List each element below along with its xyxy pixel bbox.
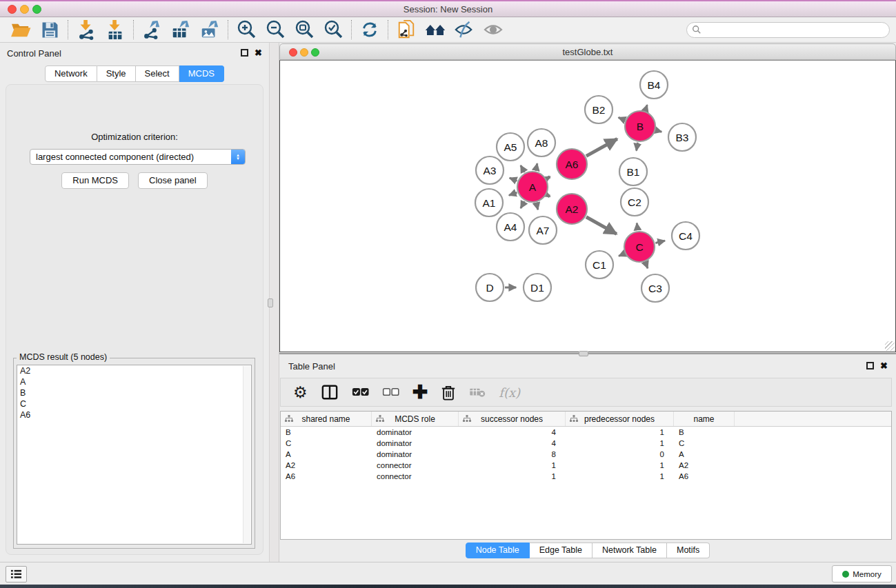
cell-MCDS-role[interactable]: connector	[372, 471, 459, 482]
network-canvas[interactable]: AA1A2A3A4A5A6A7A8BB1B2B3B4CC1C2C3C4DD1	[279, 60, 896, 352]
cell-successor-nodes[interactable]: 1	[459, 471, 566, 482]
tab-edge-table[interactable]: Edge Table	[530, 543, 593, 558]
tab-select[interactable]: Select	[136, 65, 179, 82]
tab-mcds[interactable]: MCDS	[179, 65, 224, 82]
zoom-in-button[interactable]	[232, 19, 261, 41]
cell-shared-name[interactable]: B	[281, 427, 372, 438]
table-row[interactable]: A6connector11A6	[281, 471, 891, 482]
cell-MCDS-role[interactable]: dominator	[372, 427, 459, 438]
column-header-MCDS-role[interactable]: MCDS role	[372, 412, 459, 426]
select-all-checkboxes-icon[interactable]	[352, 382, 369, 403]
export-table-button[interactable]	[166, 19, 195, 41]
cell-name[interactable]: A6	[674, 471, 735, 482]
cell-successor-nodes[interactable]: 4	[459, 427, 566, 438]
cell-MCDS-role[interactable]: dominator	[372, 449, 459, 460]
table-row[interactable]: Cdominator41C	[281, 438, 891, 449]
table-row[interactable]: A2connector11A2	[281, 460, 891, 471]
splitter-handle[interactable]	[268, 298, 273, 307]
table-options-gear-icon[interactable]: ⚙	[293, 382, 308, 403]
node-table[interactable]: shared nameMCDS rolesuccessor nodesprede…	[280, 411, 892, 540]
toolbar-separator	[228, 20, 228, 39]
open-file-button[interactable]	[6, 19, 35, 41]
add-column-icon[interactable]: ✚	[412, 382, 428, 403]
float-panel-icon[interactable]	[241, 49, 248, 57]
task-history-button[interactable]	[6, 566, 27, 582]
node-label-B2: B2	[593, 104, 606, 116]
birds-eye-view-button[interactable]	[479, 19, 508, 41]
save-session-button[interactable]	[35, 19, 64, 41]
cell-predecessor-nodes[interactable]: 1	[566, 471, 674, 482]
mcds-result-item[interactable]: C	[17, 398, 251, 409]
cell-shared-name[interactable]: A	[281, 449, 372, 460]
vertical-splitter[interactable]	[269, 43, 279, 562]
cell-shared-name[interactable]: C	[281, 438, 372, 449]
horizontal-splitter-handle[interactable]	[579, 351, 588, 356]
cell-predecessor-nodes[interactable]: 1	[566, 460, 674, 471]
window-resize-grip[interactable]	[885, 341, 895, 351]
node-label-B1: B1	[627, 166, 640, 178]
zoom-out-button[interactable]	[261, 19, 290, 41]
export-network-button[interactable]	[137, 19, 166, 41]
cell-name[interactable]: B	[674, 427, 735, 438]
cell-predecessor-nodes[interactable]: 1	[566, 438, 674, 449]
import-network-button[interactable]	[72, 19, 101, 41]
network-column-icon	[376, 415, 384, 423]
cell-name[interactable]: C	[674, 438, 735, 449]
cell-shared-name[interactable]: A2	[281, 460, 372, 471]
mcds-result-item[interactable]: B	[17, 387, 251, 398]
criterion-dropdown[interactable]: largest connected component (directed) ▲…	[30, 149, 246, 165]
close-panel-button[interactable]: Close panel	[138, 172, 208, 189]
list-scrollbar[interactable]	[243, 366, 250, 543]
export-image-button[interactable]	[195, 19, 224, 41]
cell-successor-nodes[interactable]: 8	[459, 449, 566, 460]
column-header-successor-nodes[interactable]: successor nodes	[459, 412, 566, 426]
float-table-panel-icon[interactable]	[866, 362, 874, 369]
deselect-all-checkboxes-icon[interactable]	[382, 382, 399, 403]
tab-network-table[interactable]: Network Table	[593, 543, 667, 558]
clone-network-button[interactable]	[392, 19, 421, 41]
cell-successor-nodes[interactable]: 4	[459, 438, 566, 449]
cell-predecessor-nodes[interactable]: 1	[566, 427, 674, 438]
tab-motifs[interactable]: Motifs	[667, 543, 710, 558]
column-header-predecessor-nodes[interactable]: predecessor nodes	[566, 412, 674, 426]
mcds-result-item[interactable]: A6	[17, 409, 251, 420]
close-panel-icon[interactable]: ✖	[255, 49, 262, 57]
cell-MCDS-role[interactable]: connector	[372, 460, 459, 471]
cell-name[interactable]: A	[674, 449, 735, 460]
search-field[interactable]	[686, 22, 890, 38]
edge-C-C3	[646, 262, 648, 268]
cell-successor-nodes[interactable]: 1	[459, 460, 566, 471]
delete-table-icon[interactable]	[469, 382, 486, 403]
node-label-D1: D1	[530, 282, 544, 294]
column-header-shared-name[interactable]: shared name	[281, 412, 372, 426]
search-input[interactable]	[701, 25, 884, 34]
import-table-button[interactable]	[101, 19, 130, 41]
tab-node-table[interactable]: Node Table	[466, 543, 530, 558]
cell-MCDS-role[interactable]: dominator	[372, 438, 459, 449]
refresh-button[interactable]	[355, 19, 384, 41]
cell-name[interactable]: A2	[674, 460, 735, 471]
zoom-selected-button[interactable]	[319, 19, 348, 41]
close-table-panel-icon[interactable]: ✖	[880, 362, 888, 369]
cell-shared-name[interactable]: A6	[281, 471, 372, 482]
dropdown-stepper-icon: ▲▼	[231, 150, 245, 164]
delete-column-trash-icon[interactable]	[441, 382, 456, 403]
mcds-result-item[interactable]: A	[17, 376, 251, 387]
hide-graphics-details-button[interactable]	[450, 19, 479, 41]
column-header-name[interactable]: name	[674, 412, 735, 426]
tab-network[interactable]: Network	[45, 65, 97, 82]
run-mcds-button[interactable]: Run MCDS	[61, 172, 129, 189]
table-row[interactable]: Adominator80A	[281, 449, 891, 460]
zoom-fit-button[interactable]	[290, 19, 319, 41]
column-view-icon[interactable]	[321, 382, 339, 403]
memory-button[interactable]: Memory	[832, 565, 892, 582]
network-window-title: testGlobe.txt	[280, 47, 895, 57]
cell-predecessor-nodes[interactable]: 0	[566, 449, 674, 460]
table-row[interactable]: Bdominator41B	[281, 427, 891, 438]
first-neighbors-button[interactable]	[421, 19, 450, 41]
tab-style[interactable]: Style	[97, 65, 136, 82]
mcds-result-item[interactable]: A2	[17, 365, 251, 376]
network-column-icon	[285, 415, 293, 423]
mcds-result-list[interactable]: A2ABCA6	[17, 365, 252, 545]
network-window-titlebar[interactable]: testGlobe.txt	[279, 43, 896, 60]
